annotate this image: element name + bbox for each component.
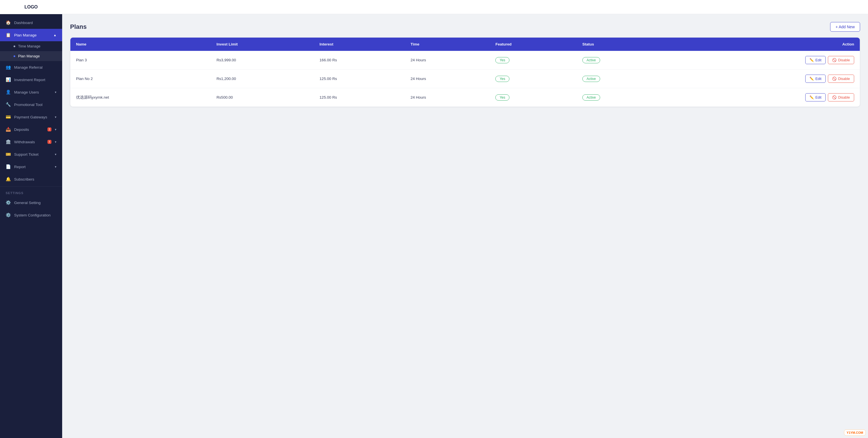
cell-time: 24 Hours (405, 69, 490, 88)
disable-icon: 🚫 (832, 58, 837, 62)
cell-name: 优选源码yxymk.net (70, 88, 211, 107)
status-badge: Active (582, 94, 600, 101)
sidebar-item-withdrawals[interactable]: 🏛️ Withdrawals ! ▾ (0, 136, 62, 148)
sidebar-item-label: Manage Users (14, 90, 52, 94)
sidebar-item-label: General Setting (14, 200, 57, 205)
sidebar-item-label: Deposits (14, 127, 44, 132)
edit-icon: ✏️ (809, 58, 814, 62)
table-row: Plan No 2 Rs1,200.00 125.00 Rs 24 Hours … (70, 69, 860, 88)
disable-label: Disable (838, 95, 850, 99)
cell-invest-limit: Rs3,999.00 (211, 51, 314, 69)
col-action: Action (669, 38, 860, 51)
cell-name: Plan 3 (70, 51, 211, 69)
featured-badge: Yes (495, 76, 509, 82)
col-featured: Featured (490, 38, 577, 51)
cell-featured: Yes (490, 51, 577, 69)
sub-item-label: Time Manage (18, 44, 40, 48)
sidebar-item-dashboard[interactable]: 🏠 Dashboard (0, 17, 62, 29)
sidebar-item-investment-report[interactable]: 📊 Investment Report (0, 73, 62, 86)
plans-table: Name Invest Limit Interest Time Featured… (70, 38, 860, 106)
sidebar-item-payment-gateways[interactable]: 💳 Payment Gateways ▾ (0, 111, 62, 123)
cell-time: 24 Hours (405, 51, 490, 69)
add-new-button[interactable]: + Add New (830, 22, 860, 32)
chevron-down-icon: ▾ (55, 128, 57, 131)
chevron-down-icon: ▾ (55, 153, 57, 156)
sidebar-item-plan-manage[interactable]: 📋 Plan Manage ▲ (0, 29, 62, 41)
disable-label: Disable (838, 77, 850, 81)
sidebar-item-label: Investment Report (14, 78, 57, 82)
chevron-up-icon: ▲ (53, 33, 57, 37)
edit-button[interactable]: ✏️ Edit (805, 74, 826, 83)
edit-button[interactable]: ✏️ Edit (805, 93, 826, 101)
sidebar-item-general-setting[interactable]: ⚙️ General Setting (0, 196, 62, 209)
report-icon: 📄 (6, 164, 11, 169)
chevron-down-icon: ▾ (55, 140, 57, 144)
table-header: Name Invest Limit Interest Time Featured… (70, 38, 860, 51)
sidebar-item-system-configuration[interactable]: ⚙️ System Configuration (0, 209, 62, 221)
col-interest: Interest (314, 38, 405, 51)
sidebar-item-label: Promotional Tool (14, 102, 57, 107)
withdrawals-icon: 🏛️ (6, 139, 11, 145)
subscribers-icon: 🔔 (6, 177, 11, 182)
sidebar-item-label: Withdrawals (14, 140, 44, 144)
edit-label: Edit (815, 95, 822, 99)
support-ticket-icon: 🎫 (6, 152, 11, 157)
disable-icon: 🚫 (832, 95, 837, 99)
dot-icon (13, 45, 15, 47)
sidebar-item-label: Payment Gateways (14, 115, 52, 119)
system-configuration-icon: ⚙️ (6, 213, 11, 218)
col-name: Name (70, 38, 211, 51)
disable-button[interactable]: 🚫 Disable (828, 74, 854, 83)
sidebar-item-deposits[interactable]: 📥 Deposits ! ▾ (0, 123, 62, 136)
action-buttons: ✏️ Edit 🚫 Disable (675, 93, 854, 101)
promotional-tool-icon: 🔧 (6, 102, 11, 107)
payment-gateways-icon: 💳 (6, 115, 11, 120)
cell-action: ✏️ Edit 🚫 Disable (669, 69, 860, 88)
sidebar-item-label: Manage Referral (14, 65, 57, 69)
sidebar-item-plan-manage-sub[interactable]: Plan Manage (0, 51, 62, 61)
cell-featured: Yes (490, 69, 577, 88)
sidebar-item-subscribers[interactable]: 🔔 Subscribers (0, 173, 62, 185)
disable-button[interactable]: 🚫 Disable (828, 93, 854, 101)
sidebar: LOGO 🏠 Dashboard 📋 Plan Manage ▲ Time Ma… (0, 0, 62, 438)
add-new-label: + Add New (836, 25, 855, 29)
cell-action: ✏️ Edit 🚫 Disable (669, 51, 860, 69)
edit-label: Edit (815, 77, 822, 81)
sidebar-item-label: Subscribers (14, 177, 57, 181)
cell-interest: 166.00 Rs (314, 51, 405, 69)
sidebar-item-support-ticket[interactable]: 🎫 Support Ticket ▾ (0, 148, 62, 160)
plans-table-container: Name Invest Limit Interest Time Featured… (70, 37, 860, 107)
sidebar-item-manage-referral[interactable]: 👥 Manage Referral (0, 61, 62, 73)
sidebar-item-report[interactable]: 📄 Report ▾ (0, 160, 62, 173)
featured-badge: Yes (495, 94, 509, 101)
withdrawals-badge: ! (48, 140, 52, 144)
cell-interest: 125.00 Rs (314, 69, 405, 88)
edit-button[interactable]: ✏️ Edit (805, 56, 826, 64)
sidebar-item-manage-users[interactable]: 👤 Manage Users ▾ (0, 86, 62, 98)
disable-button[interactable]: 🚫 Disable (828, 56, 854, 64)
chevron-down-icon: ▾ (55, 90, 57, 94)
general-setting-icon: ⚙️ (6, 200, 11, 205)
sidebar-item-time-manage[interactable]: Time Manage (0, 41, 62, 51)
sub-item-label: Plan Manage (18, 54, 40, 58)
sidebar-item-label: Support Ticket (14, 152, 52, 157)
sidebar-item-label: Dashboard (14, 21, 57, 25)
disable-label: Disable (838, 58, 850, 62)
disable-icon: 🚫 (832, 76, 837, 81)
deposits-icon: 📥 (6, 127, 11, 132)
table-row: 优选源码yxymk.net Rs500.00 125.00 Rs 24 Hour… (70, 88, 860, 107)
featured-badge: Yes (495, 57, 509, 63)
topbar (62, 0, 868, 14)
dashboard-icon: 🏠 (6, 20, 11, 25)
sidebar-nav: 🏠 Dashboard 📋 Plan Manage ▲ Time Manage … (0, 14, 62, 438)
cell-name: Plan No 2 (70, 69, 211, 88)
sidebar-item-promotional-tool[interactable]: 🔧 Promotional Tool (0, 98, 62, 111)
table-body: Plan 3 Rs3,999.00 166.00 Rs 24 Hours Yes… (70, 51, 860, 106)
cell-time: 24 Hours (405, 88, 490, 107)
manage-users-icon: 👤 (6, 90, 11, 95)
chevron-down-icon: ▾ (55, 115, 57, 119)
action-buttons: ✏️ Edit 🚫 Disable (675, 74, 854, 83)
table-row: Plan 3 Rs3,999.00 166.00 Rs 24 Hours Yes… (70, 51, 860, 69)
edit-label: Edit (815, 58, 822, 62)
action-buttons: ✏️ Edit 🚫 Disable (675, 56, 854, 64)
